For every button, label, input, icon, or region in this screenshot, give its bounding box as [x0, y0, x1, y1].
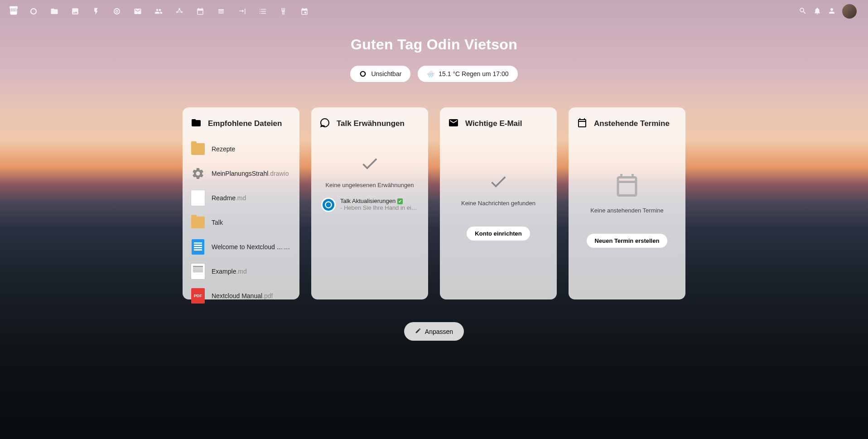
file-ext-text: .md [236, 268, 246, 275]
file-ext-text: .pdf [262, 292, 273, 299]
svg-point-0 [31, 9, 36, 14]
mail-empty-text: Keine Nachrichten gefunden [461, 200, 535, 207]
folder-file-icon [191, 142, 205, 156]
md-file-icon [191, 264, 205, 279]
app-logo[interactable] [5, 2, 23, 20]
customize-button[interactable]: Anpassen [404, 322, 464, 341]
weather-rain-icon: 🌧️ [427, 70, 434, 77]
svg-point-4 [176, 11, 178, 13]
mail-icon [448, 117, 459, 130]
greeting-title: Guten Tag Odin Vietson [0, 36, 868, 53]
svg-point-1 [114, 9, 120, 14]
dashboard-icon[interactable] [24, 1, 43, 21]
user-avatar[interactable] [842, 4, 857, 19]
file-ext-text: .docx [282, 243, 291, 251]
cookbook-icon[interactable] [274, 1, 294, 21]
checkmark-badge-icon: ✔ [397, 198, 403, 204]
svg-point-3 [178, 8, 180, 10]
svg-point-5 [181, 11, 183, 13]
svg-point-6 [361, 72, 366, 77]
file-item[interactable]: Welcome to Nextcloud ....docx [191, 238, 291, 256]
announcements-icon[interactable] [232, 1, 252, 21]
status-invisible-icon [359, 70, 366, 77]
drawio-file-icon [191, 166, 205, 181]
file-ext-text: .drawio [268, 170, 289, 177]
svg-point-7 [325, 202, 332, 208]
notifications-icon[interactable] [813, 7, 822, 16]
customize-label: Anpassen [425, 328, 453, 335]
activity-icon[interactable] [86, 1, 106, 21]
check-icon [360, 154, 380, 175]
photos-icon[interactable] [65, 1, 85, 21]
setup-account-button[interactable]: Konto einrichten [467, 227, 530, 241]
md-file-icon [191, 191, 205, 205]
talk-item-subtitle: - Heben Sie Ihre Hand in einem... [340, 204, 418, 211]
search-icon[interactable] [799, 7, 808, 16]
svg-point-2 [116, 10, 118, 13]
status-label: Unsichtbar [371, 70, 401, 77]
talk-empty-text: Keine ungelesenen Erwähnungen [325, 182, 414, 188]
file-name-text: Talk [212, 219, 223, 226]
widget-files-title: Empfohlene Dateien [208, 119, 282, 128]
widget-mail: Wichtige E-Mail Keine Nachrichten gefund… [440, 107, 557, 299]
check-icon [488, 172, 508, 193]
widget-calendar-title: Anstehende Termine [594, 119, 670, 128]
contacts-icon[interactable] [149, 1, 169, 21]
file-name-text: Nextcloud Manual [212, 292, 262, 299]
weather-pill[interactable]: 🌧️ 15.1 °C Regen um 17:00 [418, 66, 517, 82]
folder-file-icon [191, 215, 205, 230]
pencil-icon [415, 328, 421, 335]
talk-update-item[interactable]: Talk Aktualisierungen ✔ - Heben Sie Ihre… [319, 198, 420, 212]
status-pill[interactable]: Unsichtbar [350, 66, 410, 82]
talk-icon [319, 117, 330, 130]
calendar-nav-icon[interactable] [190, 1, 210, 21]
widget-calendar: Anstehende Termine Keine anstehenden Ter… [569, 107, 685, 299]
widget-files: Empfohlene Dateien Rezepte MeinPlanungsS… [183, 107, 299, 299]
file-item[interactable]: PDF Nextcloud Manual.pdf [191, 287, 291, 305]
contacts-menu-icon[interactable] [828, 7, 837, 16]
docx-file-icon [191, 240, 205, 254]
widget-mail-title: Wichtige E-Mail [465, 119, 522, 128]
file-name-text: Example [212, 268, 236, 275]
calendar-empty-icon [613, 172, 641, 201]
file-item[interactable]: MeinPlanungsStrahl.drawio [191, 164, 291, 183]
top-bar [0, 0, 868, 23]
pdf-file-icon: PDF [191, 289, 205, 303]
deck-icon[interactable] [211, 1, 231, 21]
widget-talk-title: Talk Erwähnungen [337, 119, 405, 128]
file-name-text: Readme [212, 194, 236, 202]
file-item[interactable]: Rezepte [191, 140, 291, 158]
mail-nav-icon[interactable] [128, 1, 148, 21]
talk-app-icon [321, 198, 336, 212]
weather-label: 15.1 °C Regen um 17:00 [439, 70, 508, 77]
file-name-text: MeinPlanungsStrahl [212, 170, 268, 177]
widget-talk: Talk Erwähnungen Keine ungelesenen Erwäh… [311, 107, 428, 299]
file-item[interactable]: Talk [191, 213, 291, 232]
circles-icon[interactable] [169, 1, 189, 21]
file-ext-text: .md [236, 194, 246, 202]
folder-icon [191, 117, 202, 130]
file-name-text: Rezepte [212, 145, 235, 153]
calendar-icon [577, 117, 588, 130]
file-item[interactable]: Example.md [191, 262, 291, 280]
file-item[interactable]: Readme.md [191, 189, 291, 207]
talk-item-title: Talk Aktualisierungen [340, 198, 395, 204]
calendar-empty-text: Keine anstehenden Termine [590, 207, 664, 214]
new-event-button[interactable]: Neuen Termin erstellen [587, 234, 668, 248]
file-name-text: Welcome to Nextcloud ... [212, 243, 282, 251]
talk-nav-icon[interactable] [107, 1, 127, 21]
tasks-icon[interactable] [253, 1, 273, 21]
appointments-icon[interactable] [294, 1, 314, 21]
files-icon[interactable] [44, 1, 64, 21]
